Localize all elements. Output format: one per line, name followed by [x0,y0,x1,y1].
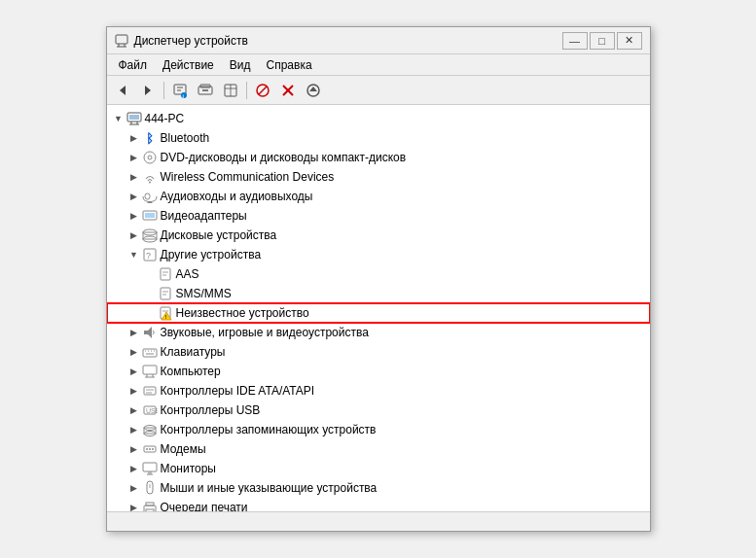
expander-ide[interactable] [126,383,142,399]
other-icon: ? [142,247,158,262]
aas-icon [158,266,173,282]
expander-keyboards[interactable] [126,344,142,360]
svg-marker-22 [309,87,317,91]
svg-point-30 [148,156,152,159]
tree-disks[interactable]: Дисковые устройства [107,226,650,245]
disks-label: Дисковые устройства [161,228,277,242]
bluetooth-icon: ᛒ [142,130,158,146]
expander-unknown [142,305,158,321]
tree-ide[interactable]: Контроллеры IDE ATA/ATAPI [107,381,650,401]
expander-usb[interactable] [126,402,142,418]
expander-other[interactable] [126,247,142,262]
tree-audio[interactable]: Аудиовходы и аудиовыходы [107,187,650,206]
expander-modems[interactable] [126,441,142,457]
ide-label: Контроллеры IDE ATA/ATAPI [161,384,315,398]
tree-mice[interactable]: Мыши и иные указывающие устройства [107,478,650,498]
scan-button[interactable] [194,80,217,101]
mouse-icon [142,480,158,496]
sound-icon [142,325,158,340]
expander-printers[interactable] [126,500,142,511]
forward-button[interactable] [136,80,160,101]
expander-disks[interactable] [126,227,142,243]
svg-marker-51 [144,327,152,338]
tree-storage[interactable]: Контроллеры запоминающих устройств [107,420,650,439]
expander-mice[interactable] [126,480,142,496]
svg-text:?: ? [146,251,151,261]
expander-dvd[interactable] [126,150,142,165]
expander-bluetooth[interactable] [126,130,142,146]
tree-smsmms[interactable]: SMS/MMS [107,284,650,303]
svg-text:ᛒ: ᛒ [146,131,154,146]
expander-storage[interactable] [126,422,142,437]
svg-rect-35 [145,213,155,218]
svg-rect-62 [144,387,156,395]
dvd-icon [142,150,158,165]
expander-monitors[interactable] [126,461,142,476]
close-button[interactable]: ✕ [617,32,642,50]
tree-aas[interactable]: AAS [107,264,650,284]
video-label: Видеоадаптеры [161,209,247,223]
printer-icon [142,500,158,511]
tree-bluetooth[interactable]: ᛒ Bluetooth [107,128,650,148]
menu-action[interactable]: Действие [155,56,222,74]
expander-root[interactable] [111,111,126,126]
svg-text:USB: USB [146,407,158,414]
svg-rect-74 [143,463,157,471]
monitor-icon [142,461,158,476]
menu-help[interactable]: Справка [259,56,320,74]
title-bar: Диспетчер устройств — □ ✕ [107,27,650,54]
update-driver-button[interactable] [302,80,325,101]
title-bar-left: Диспетчер устройств [115,34,248,48]
root-label: 444-PC [145,112,185,125]
unknown-device-label: Неизвестное устройство [176,306,309,320]
back-button[interactable] [111,80,134,101]
other-label: Другие устройства [161,248,262,262]
tree-other[interactable]: ? Другие устройства [107,245,650,264]
tree-wireless[interactable]: Wireless Communication Devices [107,167,650,187]
svg-rect-0 [116,35,127,44]
tree-modems[interactable]: Модемы [107,439,650,459]
menu-file[interactable]: Файл [111,56,156,74]
menu-view[interactable]: Вид [222,56,259,74]
tree-root-pc[interactable]: 444-PC [107,109,650,128]
expander-sound[interactable] [126,325,142,340]
toolbar-sep-2 [246,82,247,99]
tree-keyboards[interactable]: Клавиатуры [107,342,650,362]
svg-rect-58 [143,366,157,374]
minimize-button[interactable]: — [562,32,588,50]
tree-printers[interactable]: Очереди печати [107,498,650,511]
aas-label: AAS [176,267,199,281]
tree-video[interactable]: Видеоадаптеры [107,206,650,226]
tree-dvd[interactable]: DVD-дисководы и дисководы компакт-дисков [107,148,650,167]
view-resources-button[interactable] [219,80,242,101]
ide-icon [142,383,158,399]
svg-rect-27 [129,115,139,120]
device-tree[interactable]: 444-PC ᛒ Bluetooth [107,105,650,511]
maximize-button[interactable]: □ [590,32,615,50]
expander-audio[interactable] [126,189,142,204]
monitors-label: Мониторы [161,462,216,475]
svg-line-18 [259,87,267,94]
svg-marker-5 [145,86,151,95]
bluetooth-label: Bluetooth [161,131,210,145]
toolbar-sep-1 [163,82,164,99]
smsmms-icon [158,286,173,301]
tree-usb[interactable]: USB Контроллеры USB [107,401,650,420]
properties-button[interactable]: i [168,80,192,101]
expander-wireless[interactable] [126,169,142,185]
expander-computer[interactable] [126,364,142,379]
expander-smsmms [142,286,158,301]
disable-button[interactable] [251,80,274,101]
uninstall-button[interactable] [276,80,300,101]
printers-label: Очереди печати [161,501,248,511]
tree-monitors[interactable]: Мониторы [107,459,650,478]
modems-label: Модемы [161,442,206,456]
expander-video[interactable] [126,208,142,224]
disk-icon [142,227,158,243]
computer-label: Компьютер [161,365,221,378]
tree-sound[interactable]: Звуковые, игровые и видеоустройства [107,323,650,342]
keyboards-label: Клавиатуры [161,345,226,359]
svg-rect-41 [161,268,170,280]
tree-computer[interactable]: Компьютер [107,362,650,381]
tree-unknown-device[interactable]: ! Неизвестное устройство [107,303,650,323]
